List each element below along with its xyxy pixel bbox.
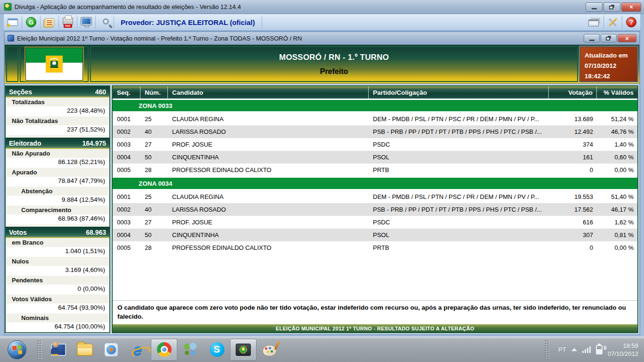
cell-candidato: PROFESSOR EDINALDO CALIXTO: [168, 244, 369, 251]
electorate-group: Eleitorado 164.975 Não Apurado 86.128 (5…: [6, 138, 109, 224]
stat-label: Pendentes: [6, 276, 109, 285]
report-icon: [45, 18, 54, 26]
stat-value: 78.847 (47,79%): [6, 177, 109, 187]
zone-band: ZONA 0033: [113, 100, 637, 111]
help-button[interactable]: ?: [624, 16, 638, 29]
group-total: 164.975: [82, 140, 106, 147]
remote-user-icon: [51, 344, 66, 356]
restore-icon: [609, 6, 613, 9]
new-window-icon: [8, 18, 18, 26]
cell-candidato: LARISSA ROSADO: [168, 206, 369, 213]
windows-logo-icon: [12, 345, 22, 354]
restore-button[interactable]: [603, 2, 620, 12]
updated-box: Atualizado em 07/10/2012 18:42:42: [579, 46, 638, 82]
stat-value: 0 (0,00%): [6, 285, 109, 295]
cell-num: 28: [140, 244, 168, 251]
outer-titlebar: Divulga - Aplicação de acompanhamento de…: [0, 0, 644, 14]
taskbar-item-paint[interactable]: [256, 339, 283, 361]
inner-restore-button[interactable]: [601, 34, 617, 42]
taskbar-item-messenger[interactable]: [177, 339, 204, 361]
taskbar-item-internet-explorer[interactable]: e: [124, 339, 151, 361]
show-hidden-icons-button[interactable]: [571, 348, 577, 351]
table-row[interactable]: 0002 40 LARISSA ROSADO PSB - PRB / PP / …: [113, 203, 637, 216]
system-tray: PT 18:59 07/10/2012: [541, 340, 640, 360]
votes-group: Votos 68.963 em Branco 1.040 (1,51%) Nul…: [6, 227, 109, 332]
cell-votacao: 17.562: [549, 206, 597, 213]
cell-votacao: 616: [549, 219, 597, 226]
taskbar-item-media-player[interactable]: [98, 339, 124, 361]
taskbar-item-skype[interactable]: S: [204, 339, 230, 361]
taskbar-item-explorer[interactable]: [72, 339, 98, 361]
cell-votacao: 161: [549, 154, 597, 161]
cell-candidato: PROF. JOSUE: [168, 141, 369, 148]
close-button[interactable]: ×: [621, 2, 641, 12]
clock[interactable]: 18:59 07/10/2012: [608, 342, 638, 358]
cell-candidato: CLAUDIA REGINA: [168, 193, 369, 200]
table-row[interactable]: 0004 50 CINQUENTINHA PSOL 161 0,60 %: [113, 151, 637, 164]
cell-num: 40: [140, 128, 168, 135]
flag-yellow-square: [46, 56, 63, 73]
stat-label: em Branco: [6, 238, 109, 247]
cell-votacao: 0: [549, 244, 597, 251]
network-signal-icon[interactable]: [582, 346, 591, 353]
zone-band: ZONA 0034: [113, 178, 637, 189]
language-indicator[interactable]: PT: [558, 346, 566, 353]
stat-label: Abstenção: [6, 187, 109, 196]
column-header-partido: Partido/Coligação: [369, 86, 549, 99]
screen: Divulga - Aplicação de acompanhamento de…: [0, 0, 644, 362]
stat-value: 68.963 (87,46%): [6, 214, 109, 224]
minimize-icon: [589, 40, 594, 41]
refresh-button[interactable]: G: [24, 16, 38, 29]
table-row[interactable]: 0002 40 LARISSA ROSADO PSB - PRB / PP / …: [113, 125, 637, 138]
new-window-button[interactable]: [6, 16, 20, 29]
settings-button[interactable]: [606, 16, 620, 29]
cell-num: 25: [140, 115, 168, 123]
taskbar-item-chrome[interactable]: [151, 339, 177, 361]
windows-button[interactable]: [587, 16, 602, 29]
cell-num: 50: [140, 154, 168, 161]
stat-value: 223 (48,48%): [6, 107, 109, 116]
report-button[interactable]: [42, 16, 57, 29]
inner-close-button[interactable]: ×: [618, 34, 636, 42]
inner-window-icon: [8, 35, 14, 41]
table-row[interactable]: 0001 25 CLAUDIA REGINA DEM - PMDB / PSL …: [113, 113, 637, 125]
results-panel: Seq. Núm. Candidato Partido/Coligação Vo…: [112, 85, 638, 333]
taskbar-item-divulga[interactable]: [230, 339, 256, 361]
help-icon: ?: [626, 17, 636, 27]
table-row[interactable]: 0003 27 PROF. JOSUE PSDC 616 1,62 %: [113, 216, 637, 229]
cell-pct: 0,81 %: [597, 231, 637, 239]
page-title: MOSSORÓ / RN - 1.º TURNO: [279, 53, 389, 62]
skype-icon: S: [210, 342, 224, 357]
pdf-print-button[interactable]: [61, 16, 75, 29]
minimize-icon: [592, 8, 597, 9]
cell-votacao: 0: [549, 166, 597, 173]
cell-pct: 1,40 %: [597, 141, 637, 148]
group-title: Seções: [9, 88, 32, 96]
tray-grip[interactable]: [545, 340, 549, 360]
minimize-button[interactable]: [586, 2, 603, 12]
cell-votacao: 12.492: [549, 128, 597, 135]
start-button[interactable]: [8, 340, 26, 359]
table-row[interactable]: 0003 27 PROF. JOSUE PSDC 374 1,40 %: [113, 138, 637, 151]
cell-candidato: CINQUENTINHA: [168, 154, 369, 161]
table-row[interactable]: 0005 28 PROFESSOR EDINALDO CALIXTO PRTB …: [113, 164, 637, 176]
stat-value: 237 (51,52%): [6, 125, 109, 135]
media-player-icon: [104, 343, 118, 357]
zoom-button[interactable]: [98, 16, 112, 29]
table-row[interactable]: 0001 25 CLAUDIA REGINA DEM - PMDB / PSL …: [113, 190, 637, 203]
table-row[interactable]: 0005 28 PROFESSOR EDINALDO CALIXTO PRTB …: [113, 241, 637, 254]
cell-pct: 51,40 %: [597, 193, 637, 200]
taskbar-item-remote-user[interactable]: [45, 339, 72, 361]
cell-seq: 0004: [113, 154, 140, 161]
inner-minimize-button[interactable]: [584, 34, 600, 42]
stat-value: 9.884 (12,54%): [6, 196, 109, 206]
banner-left-cell: [6, 46, 18, 82]
cell-candidato: LARISSA ROSADO: [168, 128, 369, 135]
battery-plug-icon[interactable]: [596, 345, 603, 354]
display-button[interactable]: [79, 16, 93, 29]
stat-label: Nominais: [6, 313, 109, 322]
cell-partido: PSB - PRB / PP / PDT / PT / PTB / PPS / …: [369, 128, 549, 135]
taskbar-grip[interactable]: [37, 340, 41, 360]
table-row[interactable]: 0004 50 CINQUENTINHA PSOL 307 0,81 %: [113, 229, 637, 241]
cell-num: 25: [140, 193, 168, 200]
